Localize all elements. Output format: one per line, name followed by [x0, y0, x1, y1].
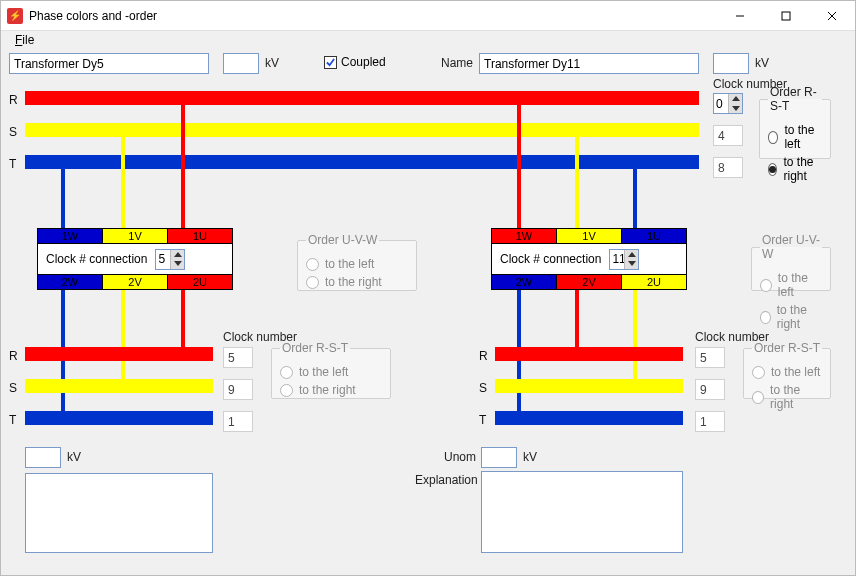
drop: [121, 290, 125, 381]
drop: [181, 290, 185, 348]
top-bus4-field: [713, 125, 743, 146]
svg-rect-0: [782, 12, 790, 20]
window-title: Phase colors and -order: [29, 9, 157, 23]
busbar-r-br: [495, 347, 683, 361]
bl-notes-area[interactable]: [25, 473, 213, 553]
tx-left-clock-spin[interactable]: [155, 249, 185, 270]
unom-kv-label: kV: [523, 450, 537, 464]
drop: [633, 290, 637, 381]
phase-r-top: R: [9, 93, 18, 107]
tx-right-1v: 1V: [557, 229, 622, 243]
top-bus8-field: [713, 157, 743, 178]
bl-clock: [223, 347, 253, 368]
order-top-right-radio[interactable]: to the right: [768, 155, 822, 183]
explanation-area[interactable]: [481, 471, 683, 553]
tx-left-2w: 2W: [38, 275, 103, 289]
tx-left-clock-label: Clock # connection: [46, 252, 147, 266]
br-clock: [695, 347, 725, 368]
phase-r-br: R: [479, 349, 488, 363]
order-rst-br-group: Order R-S-T to the left to the right: [743, 341, 831, 399]
drop: [517, 105, 521, 228]
coupled-label: Coupled: [341, 55, 386, 69]
maximize-button[interactable]: [763, 1, 809, 31]
order-rst-top-group: Order R-S-T to the left to the right: [759, 85, 831, 159]
phase-t-br: T: [479, 413, 486, 427]
tx-right-1u: 1U: [622, 229, 686, 243]
br-bus3: [695, 411, 725, 432]
tx-right-2v: 2V: [557, 275, 622, 289]
left-kv-label: kV: [265, 56, 279, 70]
main-window: ⚡ Phase colors and -order File kV Couple…: [0, 0, 856, 576]
tx-left-1w: 1W: [38, 229, 103, 243]
uvw-left-toleft: to the left: [306, 257, 408, 271]
br-bus2: [695, 379, 725, 400]
title-bar: ⚡ Phase colors and -order: [1, 1, 855, 31]
order-rst-bl-group: Order R-S-T to the left to the right: [271, 341, 391, 399]
client-area: kV Coupled Name kV Clock number Order R-…: [1, 53, 855, 575]
phase-t-bl: T: [9, 413, 16, 427]
tx-right-2u: 2U: [622, 275, 686, 289]
phase-s-top: S: [9, 125, 17, 139]
tx-right-box: 1W 1V 1U Clock # connection 2W 2V 2U: [491, 228, 687, 290]
right-name-input[interactable]: [479, 53, 699, 74]
busbar-s-top: [25, 123, 699, 137]
spin-down-icon: [728, 104, 742, 114]
tx-left-2v: 2V: [103, 275, 168, 289]
left-kv-input[interactable]: [223, 53, 259, 74]
busbar-t-bl: [25, 411, 213, 425]
busbar-s-br: [495, 379, 683, 393]
minimize-button[interactable]: [717, 1, 763, 31]
tx-left-box: 1W 1V 1U Clock # connection 2W 2V 2U: [37, 228, 233, 290]
tx-right-clock-spin[interactable]: [609, 249, 639, 270]
order-uvw-right-group: Order U-V-W to the left to the right: [751, 233, 831, 291]
order-uvw-left-group: Order U-V-W to the left to the right: [297, 233, 417, 291]
phase-s-bl: S: [9, 381, 17, 395]
left-name-input[interactable]: [9, 53, 209, 74]
bl-kv-label: kV: [67, 450, 81, 464]
drop: [61, 169, 65, 228]
drop: [121, 137, 125, 228]
unom-input[interactable]: [481, 447, 517, 468]
bl-bus2: [223, 379, 253, 400]
phase-r-bl: R: [9, 349, 18, 363]
order-top-left-radio[interactable]: to the left: [768, 123, 822, 151]
phase-t-top: T: [9, 157, 16, 171]
order-rst-legend: Order R-S-T: [768, 85, 822, 113]
busbar-t-br: [495, 411, 683, 425]
bl-kv-input[interactable]: [25, 447, 61, 468]
menu-file[interactable]: File: [9, 31, 40, 49]
explanation-label: Explanation: [415, 473, 478, 487]
tx-right-1w: 1W: [492, 229, 557, 243]
drop: [181, 105, 185, 228]
drop: [633, 169, 637, 228]
busbar-t-top: [25, 155, 699, 169]
busbar-r-top: [25, 91, 699, 105]
bl-bus3: [223, 411, 253, 432]
tx-left-1v: 1V: [103, 229, 168, 243]
coupled-checkbox[interactable]: Coupled: [324, 55, 386, 69]
close-button[interactable]: [809, 1, 855, 31]
busbar-s-bl: [25, 379, 213, 393]
unom-label: Unom: [444, 450, 476, 464]
uvw-left-toright: to the right: [306, 275, 408, 289]
tx-right-2w: 2W: [492, 275, 557, 289]
name-label: Name: [441, 56, 473, 70]
right-kv-label: kV: [755, 56, 769, 70]
phase-s-br: S: [479, 381, 487, 395]
right-kv-input[interactable]: [713, 53, 749, 74]
tx-right-clock-label: Clock # connection: [500, 252, 601, 266]
spin-up-icon: [728, 94, 742, 104]
clock-number-top-spinner[interactable]: [713, 93, 743, 114]
drop: [575, 137, 579, 228]
tx-left-1u: 1U: [168, 229, 232, 243]
drop: [575, 290, 579, 348]
busbar-r-bl: [25, 347, 213, 361]
app-icon: ⚡: [7, 8, 23, 24]
tx-left-2u: 2U: [168, 275, 232, 289]
menu-bar: File: [1, 31, 855, 53]
